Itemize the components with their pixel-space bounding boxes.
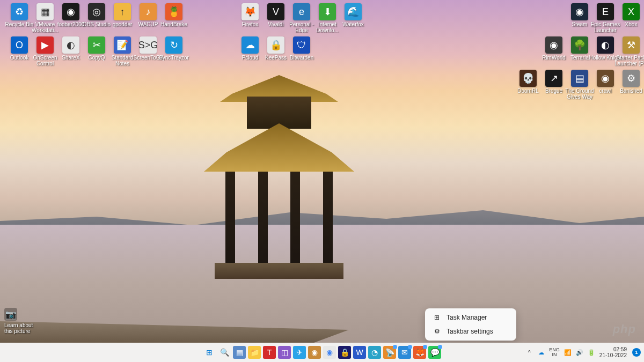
app-icon: ◉ bbox=[62, 3, 79, 20]
taskbar[interactable]: ⊞🔍▤📁T◫✈◉◉🔒W◔📡✉🦊💬 ^ ☁ ENG IN 📶 🔊 🔋 02:59 … bbox=[0, 343, 644, 362]
watermark: php bbox=[613, 322, 636, 336]
icon-label: Waterfox bbox=[336, 21, 370, 27]
app-icon: 💀 bbox=[519, 70, 537, 87]
volume-icon[interactable]: 🔊 bbox=[576, 349, 583, 356]
app-icon: ♪ bbox=[140, 3, 157, 20]
app-icon: ◉ bbox=[597, 70, 614, 87]
desktop-icon-handbrake[interactable]: 🍍HandBrake bbox=[157, 3, 191, 27]
taskbar-telegram[interactable]: ✈ bbox=[293, 346, 306, 359]
app-icon: ↑ bbox=[114, 3, 131, 20]
wifi-icon[interactable]: 📶 bbox=[564, 349, 572, 356]
context-menu-task-manager[interactable]: ⊞ Task Manager bbox=[427, 311, 514, 324]
app-icon: E bbox=[597, 3, 614, 20]
app-icon: ⚙ bbox=[623, 70, 640, 87]
desktop-icon-waterfox[interactable]: 🌊Waterfox bbox=[336, 3, 370, 27]
taskbar-search[interactable]: 🔍 bbox=[218, 346, 231, 359]
desktop-icon-xbox[interactable]: XXbox bbox=[614, 3, 644, 27]
desktop[interactable]: ♻Recycle Bin▦VMware Workstati...◉foobar2… bbox=[0, 0, 644, 362]
task-manager-icon: ⊞ bbox=[433, 314, 441, 321]
taskbar-task-view[interactable]: ▤ bbox=[233, 346, 246, 359]
taskbar-context-menu: ⊞ Task Manager ⚙ Taskbar settings bbox=[425, 308, 516, 341]
desktop-icon-bitwarden[interactable]: 🛡Bitwarden bbox=[284, 36, 319, 61]
taskbar-firefox-tb[interactable]: 🦊 bbox=[413, 346, 426, 359]
spotlight-label: Learn about this picture bbox=[4, 322, 42, 334]
battery-icon[interactable]: 🔋 bbox=[588, 349, 595, 356]
language-indicator[interactable]: ENG IN bbox=[549, 348, 560, 357]
icon-label: SyncTrayzor bbox=[157, 55, 191, 61]
app-icon: 🦊 bbox=[241, 3, 259, 20]
app-icon: ◐ bbox=[62, 36, 79, 54]
taskbar-app2[interactable]: ◫ bbox=[278, 346, 291, 359]
desktop-icon-starter-pack-launcher-p[interactable]: ⚒Starter Pack Launcher (P... bbox=[614, 36, 644, 67]
app-icon: ◉ bbox=[571, 3, 588, 20]
icon-label: Xbox bbox=[614, 21, 644, 27]
app-icon: 🔒 bbox=[267, 36, 284, 54]
clock[interactable]: 02:59 21-10-2022 bbox=[599, 346, 628, 358]
app-icon: ◎ bbox=[88, 3, 105, 20]
app-icon: ⚒ bbox=[623, 36, 640, 54]
gear-icon: ⚙ bbox=[433, 328, 441, 335]
app-icon: ⬇ bbox=[319, 3, 336, 20]
app-icon: 🍍 bbox=[165, 3, 182, 20]
taskbar-app1[interactable]: T bbox=[263, 346, 276, 359]
taskbar-app6[interactable]: 📡 bbox=[383, 346, 396, 359]
app-icon: ♻ bbox=[11, 3, 28, 20]
icon-label: Starter Pack Launcher (P... bbox=[614, 55, 644, 67]
app-icon: ▶ bbox=[36, 36, 54, 54]
context-menu-taskbar-settings[interactable]: ⚙ Taskbar settings bbox=[427, 324, 514, 338]
app-icon: ◐ bbox=[597, 36, 614, 54]
taskbar-explorer[interactable]: 📁 bbox=[248, 346, 261, 359]
app-icon: V bbox=[267, 3, 284, 20]
icon-label: HandBrake bbox=[157, 21, 191, 27]
app-icon: 🌳 bbox=[571, 36, 588, 54]
desktop-icon-banished[interactable]: ⚙Banished bbox=[614, 70, 644, 94]
taskbar-app4[interactable]: 🔒 bbox=[338, 346, 351, 359]
lang-secondary: IN bbox=[552, 352, 557, 357]
taskbar-center: ⊞🔍▤📁T◫✈◉◉🔒W◔📡✉🦊💬 bbox=[203, 343, 441, 362]
system-tray: ^ ☁ ENG IN 📶 🔊 🔋 02:59 21-10-2022 1 bbox=[525, 343, 641, 362]
app-icon: X bbox=[623, 3, 640, 20]
desktop-icons-area: ♻Recycle Bin▦VMware Workstati...◉foobar2… bbox=[0, 0, 644, 343]
clock-time: 02:59 bbox=[613, 346, 627, 352]
app-icon: S>G bbox=[140, 36, 157, 54]
icon-label: Banished bbox=[614, 88, 644, 94]
context-menu-label: Taskbar settings bbox=[447, 328, 493, 335]
app-icon: ▤ bbox=[571, 70, 588, 87]
context-menu-label: Task Manager bbox=[447, 314, 487, 321]
app-icon: O bbox=[11, 36, 28, 54]
clock-date: 21-10-2022 bbox=[599, 352, 627, 358]
app-icon: 🌊 bbox=[345, 3, 362, 20]
notification-badge[interactable]: 1 bbox=[632, 348, 641, 357]
camera-icon: 📷 bbox=[4, 308, 17, 321]
app-icon: 🛡 bbox=[293, 36, 310, 54]
spotlight-camera-widget[interactable]: 📷 Learn about this picture bbox=[4, 308, 42, 334]
app-icon: ◉ bbox=[545, 36, 562, 54]
onedrive-icon[interactable]: ☁ bbox=[537, 349, 545, 356]
app-icon: ☁ bbox=[241, 36, 259, 54]
taskbar-app5[interactable]: ◔ bbox=[368, 346, 381, 359]
app-icon: ✂ bbox=[88, 36, 105, 54]
taskbar-whatsapp[interactable]: 💬 bbox=[428, 346, 441, 359]
app-icon: ↗ bbox=[545, 70, 562, 87]
taskbar-chrome[interactable]: ◉ bbox=[323, 346, 336, 359]
desktop-icon-synctrayzor[interactable]: ↻SyncTrayzor bbox=[157, 36, 191, 61]
app-icon: ↻ bbox=[165, 36, 182, 54]
tray-chevron-up-icon[interactable]: ^ bbox=[525, 349, 533, 356]
app-icon: 📝 bbox=[114, 36, 131, 54]
taskbar-start[interactable]: ⊞ bbox=[203, 346, 216, 359]
app-icon: ▦ bbox=[36, 3, 54, 20]
icon-label: Bitwarden bbox=[284, 55, 319, 61]
app-icon: e bbox=[293, 3, 310, 20]
taskbar-app3[interactable]: ◉ bbox=[308, 346, 321, 359]
taskbar-word[interactable]: W bbox=[353, 346, 366, 359]
taskbar-mail[interactable]: ✉ bbox=[398, 346, 411, 359]
